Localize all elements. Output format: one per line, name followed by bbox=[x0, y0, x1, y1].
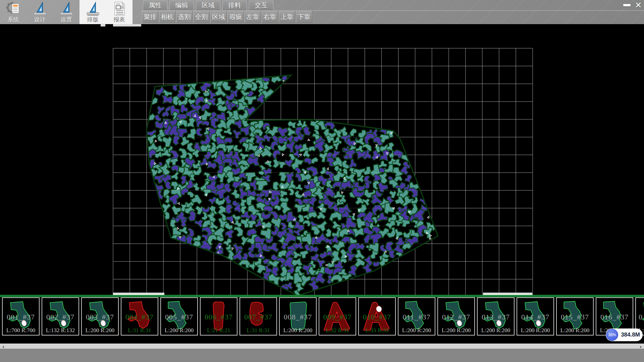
parts-thumbnail-strip: 001_#37L:700 R:700002_#37L:132 R:132003_… bbox=[0, 297, 644, 337]
part-lr-count: L:21 R:21 bbox=[201, 327, 237, 334]
part-lr-count: L:200 R:200 bbox=[478, 327, 514, 334]
part-thumbnail-3[interactable]: 003_#37L:200 R:200 bbox=[81, 297, 119, 336]
progress-badge: 38% bbox=[606, 329, 618, 341]
part-lr-count: L:200 R:200 bbox=[517, 327, 553, 334]
close-button[interactable]: ✕ bbox=[634, 1, 643, 9]
main-button-3[interactable]: 设置 bbox=[53, 0, 79, 24]
status-bar bbox=[0, 349, 644, 362]
part-lr-count: L:200 R:200 bbox=[161, 327, 197, 334]
progress-value: 38% bbox=[608, 333, 616, 337]
tool-button-10[interactable]: 下靠 bbox=[296, 11, 312, 23]
tool-button-5[interactable]: 区域 bbox=[210, 11, 227, 23]
part-lr-count: L:200 R:200 bbox=[398, 327, 435, 334]
minimize-button[interactable] bbox=[623, 1, 631, 9]
part-name: 012_#37 bbox=[438, 313, 474, 321]
part-name: 007_#37 bbox=[240, 313, 276, 321]
tool-button-8[interactable]: 右靠 bbox=[262, 11, 278, 23]
main-button-label: 设置 bbox=[61, 16, 72, 23]
menu-tab-1[interactable]: 属性 bbox=[143, 1, 167, 10]
menu-tab-2[interactable]: 编辑 bbox=[169, 1, 194, 10]
part-thumbnail-6[interactable]: 006_#37L:21 R:21 bbox=[200, 297, 237, 336]
part-name: 003_#37 bbox=[82, 313, 118, 321]
nesting-drawing bbox=[0, 24, 644, 295]
tool-button-row: 聚排相机选割全割区域瑕疵左靠右靠上靠下靠 bbox=[142, 11, 312, 23]
main-button-label: 报表 bbox=[114, 16, 125, 23]
menu-tab-4[interactable]: 排料 bbox=[222, 1, 247, 10]
part-name: 014_#37 bbox=[517, 313, 553, 321]
part-lr-count: L:700 R:700 bbox=[3, 327, 39, 334]
report-document-icon bbox=[112, 1, 127, 16]
part-name: 013_#37 bbox=[478, 313, 514, 321]
settings-setsquare-icon bbox=[59, 1, 74, 16]
part-thumbnail-8[interactable]: 008_#37L:200 R:200 bbox=[279, 297, 317, 336]
main-button-label: 系统 bbox=[8, 16, 19, 23]
minimize-icon bbox=[623, 4, 631, 6]
part-thumbnail-2[interactable]: 002_#37L:132 R:132 bbox=[42, 297, 79, 336]
memory-status-pill: 38% 384.8M bbox=[606, 328, 643, 341]
tool-button-1[interactable]: 聚排 bbox=[142, 11, 158, 23]
part-thumbnail-15[interactable]: 015_#37L:200 R:200 bbox=[556, 297, 594, 336]
main-button-5[interactable]: 报表 bbox=[106, 0, 132, 24]
tool-button-2[interactable]: 相机 bbox=[159, 11, 175, 23]
scroll-right-arrow-icon[interactable]: › bbox=[638, 344, 643, 349]
tool-button-3[interactable]: 选割 bbox=[176, 11, 193, 23]
part-name: 011_#37 bbox=[398, 313, 435, 321]
nesting-canvas[interactable] bbox=[0, 24, 644, 295]
main-button-label: 排版 bbox=[87, 16, 99, 23]
part-lr-count: L:200 R:200 bbox=[280, 327, 316, 334]
part-thumbnail-12[interactable]: 012_#37L:200 R:200 bbox=[437, 297, 475, 336]
part-lr-count: L:32 R:31 bbox=[319, 327, 356, 334]
main-button-1[interactable]: 系统 bbox=[0, 0, 26, 24]
part-name: 016_#37 bbox=[596, 313, 633, 321]
canvas-bottom-scroll-segment[interactable] bbox=[113, 293, 164, 295]
close-icon: ✕ bbox=[635, 1, 642, 9]
tabs-underline bbox=[142, 10, 644, 11]
part-thumbnail-10[interactable]: 010_#37L:33 R:33 bbox=[358, 297, 396, 336]
part-thumbnail-11[interactable]: 011_#37L:200 R:200 bbox=[398, 297, 435, 336]
part-lr-count: L:132 R:132 bbox=[42, 327, 78, 334]
menu-tab-3[interactable]: 区域 bbox=[196, 1, 220, 10]
part-thumbnail-14[interactable]: 014_#37L:200 R:200 bbox=[517, 297, 554, 336]
tool-button-4[interactable]: 全割 bbox=[193, 11, 210, 23]
canvas-top-scroll-segment[interactable] bbox=[101, 24, 105, 26]
tool-button-9[interactable]: 上靠 bbox=[279, 11, 295, 23]
menu-tab-5[interactable]: 交互 bbox=[249, 1, 273, 10]
top-toolbar: 系统设计设置排版报表 属性编辑区域排料交互 聚排相机选割全割区域瑕疵左靠右靠上靠… bbox=[0, 0, 644, 24]
main-button-label: 设计 bbox=[34, 16, 46, 23]
part-lr-count: L:31 R:31 bbox=[240, 327, 276, 334]
part-name: 005_#37 bbox=[161, 313, 197, 321]
main-button-2[interactable]: 设计 bbox=[26, 0, 53, 24]
part-thumbnail-13[interactable]: 013_#37L:200 R:200 bbox=[477, 297, 515, 336]
part-lr-count: L:200 R:200 bbox=[82, 327, 118, 334]
part-name: 015_#37 bbox=[557, 313, 593, 321]
part-thumbnail-7[interactable]: 007_#37L:31 R:31 bbox=[239, 297, 277, 336]
system-gear-icon bbox=[6, 1, 21, 16]
part-name: 004_#37 bbox=[121, 313, 158, 321]
part-lr-count: L:33 R:33 bbox=[359, 327, 395, 334]
memory-value: 384.8M bbox=[618, 331, 643, 338]
part-thumbnail-9[interactable]: 009_#37L:32 R:31 bbox=[319, 297, 356, 336]
part-name: 008_#37 bbox=[280, 313, 316, 321]
tool-button-6[interactable]: 瑕疵 bbox=[227, 11, 244, 23]
scroll-left-arrow-icon[interactable]: ‹ bbox=[1, 344, 6, 349]
part-name: 0 bbox=[636, 313, 644, 321]
main-button-4[interactable]: 排版 bbox=[79, 0, 106, 24]
canvas-top-scroll-segment[interactable] bbox=[113, 24, 141, 26]
main-icon-row: 系统设计设置排版报表 bbox=[0, 0, 132, 24]
tool-button-7[interactable]: 左靠 bbox=[245, 11, 261, 23]
canvas-bottom-scroll-segment[interactable] bbox=[483, 293, 532, 295]
part-lr-count: L:31 R:31 bbox=[121, 327, 158, 334]
part-thumbnail-1[interactable]: 001_#37L:700 R:700 bbox=[2, 297, 40, 336]
part-name: 002_#37 bbox=[42, 313, 78, 321]
window-controls: ✕ bbox=[623, 1, 643, 9]
part-lr-count: L:200 R:200 bbox=[438, 327, 474, 334]
part-name: 010_#37 bbox=[359, 313, 395, 321]
horizontal-scrollbar[interactable]: ‹ › bbox=[0, 344, 644, 349]
part-name: 009_#37 bbox=[319, 313, 356, 321]
part-name: 006_#37 bbox=[201, 313, 237, 321]
part-thumbnail-5[interactable]: 005_#37L:200 R:200 bbox=[160, 297, 198, 336]
part-thumbnail-4[interactable]: 004_#37L:31 R:31 bbox=[121, 297, 158, 336]
panel-separator bbox=[0, 295, 644, 297]
nesting-setsquare-icon bbox=[86, 1, 100, 16]
part-lr-count: L:200 R:200 bbox=[557, 327, 593, 334]
